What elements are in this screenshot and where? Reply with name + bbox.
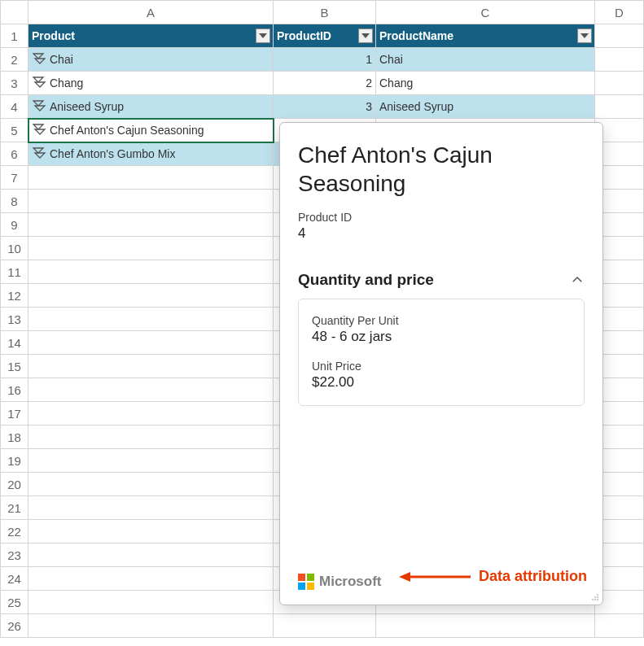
cell[interactable] xyxy=(28,496,274,520)
annotation-callout: Data attribution xyxy=(399,568,587,585)
cell[interactable] xyxy=(28,520,274,543)
row-header[interactable]: 22 xyxy=(1,520,28,543)
row-header[interactable]: 7 xyxy=(1,166,28,190)
cell[interactable] xyxy=(376,614,595,638)
svg-rect-15 xyxy=(298,583,305,590)
select-all-corner[interactable] xyxy=(1,1,28,24)
row-header[interactable]: 16 xyxy=(1,378,28,402)
cell[interactable] xyxy=(28,190,274,213)
cell[interactable] xyxy=(28,284,274,308)
row-header[interactable]: 17 xyxy=(1,402,28,426)
cell-product[interactable]: Chef Anton's Cajun Seasoning xyxy=(28,119,274,142)
filter-dropdown-button[interactable] xyxy=(256,28,270,43)
col-header-C[interactable]: C xyxy=(376,1,595,24)
svg-point-19 xyxy=(597,596,598,598)
cell[interactable] xyxy=(28,402,274,426)
cell-productid[interactable]: 3 xyxy=(274,95,376,119)
section-box: Quantity Per Unit 48 - 6 oz jars Unit Pr… xyxy=(298,299,585,406)
svg-marker-8 xyxy=(35,106,45,111)
row-header[interactable]: 15 xyxy=(1,355,28,378)
row-header[interactable]: 13 xyxy=(1,308,28,331)
table-header-productid[interactable]: ProductID xyxy=(274,24,376,48)
cell[interactable] xyxy=(595,24,644,48)
row-header[interactable]: 23 xyxy=(1,543,28,567)
cell[interactable] xyxy=(28,260,274,284)
row-header[interactable]: 24 xyxy=(1,567,28,591)
svg-marker-11 xyxy=(33,148,43,153)
price-label: Unit Price xyxy=(312,360,571,373)
product-id-label: Product ID xyxy=(298,211,585,224)
linked-data-type-icon xyxy=(32,76,46,90)
cell[interactable] xyxy=(595,614,644,638)
row-header[interactable]: 18 xyxy=(1,426,28,449)
row-header[interactable]: 14 xyxy=(1,331,28,355)
table-header-product[interactable]: Product xyxy=(28,24,274,48)
filter-dropdown-button[interactable] xyxy=(577,28,592,43)
cell[interactable] xyxy=(274,614,376,638)
cell-product[interactable]: Chef Anton's Gumbo Mix xyxy=(28,142,274,166)
microsoft-logo-icon xyxy=(298,574,314,590)
cell[interactable] xyxy=(28,591,274,614)
row-header[interactable]: 25 xyxy=(1,591,28,614)
row-header[interactable]: 11 xyxy=(1,260,28,284)
svg-marker-12 xyxy=(35,153,45,158)
row-header[interactable]: 9 xyxy=(1,213,28,237)
cell-product[interactable]: Aniseed Syrup xyxy=(28,95,274,119)
cell[interactable] xyxy=(28,543,274,567)
cell[interactable] xyxy=(28,308,274,331)
cell[interactable] xyxy=(595,95,644,119)
row-header[interactable]: 19 xyxy=(1,449,28,473)
cell-productname[interactable]: Chang xyxy=(376,72,595,95)
row-header[interactable]: 8 xyxy=(1,190,28,213)
row-header[interactable]: 26 xyxy=(1,614,28,638)
qty-label: Quantity Per Unit xyxy=(312,314,571,327)
cell-productid[interactable]: 1 xyxy=(274,48,376,72)
table-header-productname[interactable]: ProductName xyxy=(376,24,595,48)
attribution-text: Microsoft xyxy=(319,574,382,590)
cell[interactable] xyxy=(28,567,274,591)
row-header[interactable]: 10 xyxy=(1,237,28,260)
cell[interactable] xyxy=(28,426,274,449)
col-header-A[interactable]: A xyxy=(28,1,274,24)
cell[interactable] xyxy=(28,237,274,260)
row-header[interactable]: 5 xyxy=(1,119,28,142)
annotation-text: Data attribution xyxy=(479,568,587,585)
cell[interactable] xyxy=(28,331,274,355)
svg-marker-9 xyxy=(33,124,43,129)
chevron-up-icon[interactable] xyxy=(570,273,585,287)
svg-marker-4 xyxy=(35,59,45,63)
col-header-B[interactable]: B xyxy=(274,1,376,24)
row-header[interactable]: 20 xyxy=(1,473,28,496)
svg-marker-1 xyxy=(361,33,370,38)
cell[interactable] xyxy=(28,213,274,237)
svg-marker-2 xyxy=(580,33,589,38)
cell-productname[interactable]: Chai xyxy=(376,48,595,72)
row-header[interactable]: 1 xyxy=(1,24,28,48)
svg-point-18 xyxy=(594,596,596,598)
product-id-value: 4 xyxy=(298,225,585,242)
cell[interactable] xyxy=(595,72,644,95)
row-header[interactable]: 12 xyxy=(1,284,28,308)
row-header[interactable]: 3 xyxy=(1,72,28,95)
cell[interactable] xyxy=(28,473,274,496)
cell[interactable] xyxy=(28,614,274,638)
cell[interactable] xyxy=(28,355,274,378)
col-header-D[interactable]: D xyxy=(595,1,644,24)
resize-handle-icon[interactable] xyxy=(591,593,599,601)
card-title: Chef Anton's Cajun Seasoning xyxy=(298,141,585,198)
cell-productname[interactable]: Aniseed Syrup xyxy=(376,95,595,119)
cell[interactable] xyxy=(28,378,274,402)
cell-productid[interactable]: 2 xyxy=(274,72,376,95)
cell[interactable] xyxy=(595,48,644,72)
cell-product[interactable]: Chai xyxy=(28,48,274,72)
cell-product[interactable]: Chang xyxy=(28,72,274,95)
svg-rect-14 xyxy=(307,574,314,581)
row-header[interactable]: 4 xyxy=(1,95,28,119)
cell[interactable] xyxy=(28,449,274,473)
row-header[interactable]: 6 xyxy=(1,142,28,166)
svg-marker-10 xyxy=(35,129,45,134)
row-header[interactable]: 2 xyxy=(1,48,28,72)
cell[interactable] xyxy=(28,166,274,190)
filter-dropdown-button[interactable] xyxy=(358,28,373,43)
row-header[interactable]: 21 xyxy=(1,496,28,520)
